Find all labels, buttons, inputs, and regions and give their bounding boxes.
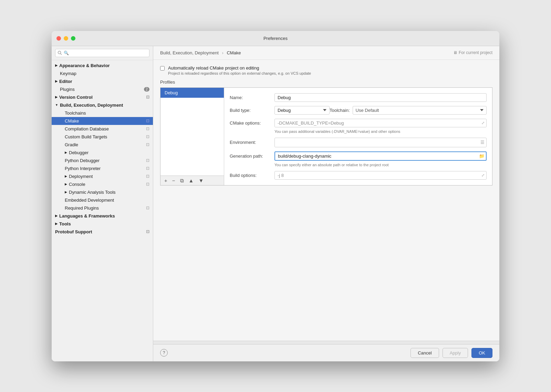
copy-icon: ⊡	[146, 174, 149, 179]
sidebar-item-build-exec[interactable]: ▼ Build, Execution, Deployment	[52, 101, 153, 109]
sidebar-item-label: Gradle	[65, 142, 78, 147]
profile-item-debug[interactable]: Debug	[160, 88, 224, 98]
generation-path-input[interactable]	[274, 151, 487, 161]
search-input[interactable]	[55, 49, 149, 57]
sidebar-item-label: CMake	[65, 118, 79, 124]
sidebar-item-appearance[interactable]: ▶ Appearance & Behavior	[52, 62, 153, 70]
sidebar-item-editor[interactable]: ▶ Editor	[52, 77, 153, 85]
sidebar-item-label: Plugins	[60, 87, 75, 92]
auto-reload-label: Automatically reload CMake project on ed…	[168, 65, 311, 71]
sidebar-item-label: Debugger	[69, 150, 89, 155]
add-profile-button[interactable]: +	[163, 177, 169, 184]
build-options-input[interactable]	[274, 171, 487, 180]
bottom-scrollbar	[153, 341, 499, 344]
sidebar-item-label: Required Plugins	[65, 205, 99, 211]
environment-input[interactable]	[274, 138, 487, 147]
cmake-options-input[interactable]	[274, 119, 487, 127]
move-up-button[interactable]: ▲	[187, 177, 196, 184]
preferences-window: Preferences ▶ Appearance & Behavior Keym…	[52, 31, 499, 361]
sidebar-item-label: Toolchains	[65, 110, 86, 116]
sidebar-item-debugger[interactable]: ▶ Debugger	[52, 149, 153, 157]
chevron-icon: ▼	[55, 103, 58, 107]
sidebar-item-label: Python Debugger	[65, 158, 100, 163]
minimize-button[interactable]	[64, 36, 68, 41]
sidebar-item-embedded-dev[interactable]: Embedded Development	[52, 196, 153, 204]
copy-profile-button[interactable]: ⧉	[178, 177, 186, 184]
chevron-icon: ▶	[55, 80, 58, 83]
cmake-options-wrap: ⤢	[274, 119, 487, 127]
build-options-wrap: ⤢	[274, 171, 487, 180]
profiles-container: Debug + − ⧉ ▲ ▼	[160, 87, 492, 186]
window-title: Preferences	[263, 36, 288, 41]
footer: ? Cancel Apply OK	[153, 344, 499, 361]
sidebar-item-tools[interactable]: ▶ Tools	[52, 220, 153, 228]
chevron-icon: ▶	[65, 174, 67, 178]
chevron-icon: ▶	[65, 182, 67, 186]
apply-button[interactable]: Apply	[443, 348, 468, 358]
sidebar-item-label: Deployment	[69, 174, 93, 179]
sidebar-item-label: Python Interpreter	[65, 166, 101, 171]
sidebar-item-label: Editor	[59, 79, 72, 84]
sidebar-item-gradle[interactable]: Gradle ⊡	[52, 141, 153, 149]
plugins-badge: 2	[144, 87, 149, 92]
generation-path-row: Generation path: 📁	[230, 151, 487, 161]
auto-reload-row: Automatically reload CMake project on ed…	[160, 65, 492, 75]
sidebar-item-python-debugger[interactable]: Python Debugger ⊡	[52, 157, 153, 165]
sidebar-item-label: Languages & Frameworks	[59, 213, 115, 219]
breadcrumb: Build, Execution, Deployment › CMake	[160, 50, 241, 55]
cmake-options-hint: You can pass additional variables (-DVAR…	[274, 129, 487, 134]
move-down-button[interactable]: ▼	[197, 177, 205, 184]
profile-list: Debug + − ⧉ ▲ ▼	[160, 88, 224, 185]
sidebar-item-cmake[interactable]: CMake ⊡	[52, 117, 153, 125]
sidebar-item-compilation-db[interactable]: Compilation Database ⊡	[52, 125, 153, 133]
sidebar-item-deployment[interactable]: ▶ Deployment ⊡	[52, 172, 153, 180]
env-input-wrap: ☰	[274, 138, 487, 147]
sidebar-item-label: Keymap	[60, 71, 76, 76]
sidebar-item-toolchains[interactable]: Toolchains	[52, 109, 153, 117]
sidebar-item-dynamic-analysis[interactable]: ▶ Dynamic Analysis Tools	[52, 188, 153, 196]
sidebar-item-python-interpreter[interactable]: Python Interpreter ⊡	[52, 165, 153, 172]
ok-button[interactable]: OK	[471, 348, 492, 358]
copy-icon: ⊡	[146, 126, 149, 131]
build-type-select[interactable]: Debug	[274, 106, 330, 115]
expand-icon[interactable]: ⤢	[481, 173, 485, 178]
sidebar-item-languages[interactable]: ▶ Languages & Frameworks	[52, 212, 153, 220]
build-options-label: Build options:	[230, 173, 274, 178]
remove-profile-button[interactable]: −	[170, 177, 177, 184]
folder-icon[interactable]: 📁	[479, 153, 485, 159]
generation-path-hint: You can specify either an absolute path …	[274, 163, 487, 167]
sidebar-item-console[interactable]: ▶ Console ⊡	[52, 180, 153, 188]
sidebar-item-keymap[interactable]: Keymap	[52, 70, 153, 77]
build-type-row: Build type: Debug Toolchain: Use Default	[230, 106, 487, 115]
sidebar-nav: ▶ Appearance & Behavior Keymap ▶ Editor …	[52, 60, 153, 361]
name-input[interactable]	[274, 93, 487, 102]
help-button[interactable]: ?	[160, 349, 168, 357]
maximize-button[interactable]	[71, 36, 75, 41]
table-icon[interactable]: ☰	[480, 140, 485, 145]
toolchain-select[interactable]: Use Default	[353, 106, 487, 115]
gen-input-wrap: 📁	[274, 151, 487, 161]
environment-label: Environment:	[230, 140, 274, 145]
copy-icon: ⊡	[146, 166, 149, 171]
build-options-row: Build options: ⤢	[230, 171, 487, 180]
breadcrumb-parent: Build, Execution, Deployment	[160, 50, 219, 55]
monitor-icon: 🖥	[453, 50, 457, 55]
copy-icon: ⊡	[146, 229, 149, 234]
sidebar-item-label: Build, Execution, Deployment	[60, 103, 123, 108]
expand-icon[interactable]: ⤢	[481, 121, 485, 125]
sidebar-item-plugins[interactable]: Plugins 2	[52, 85, 153, 93]
sidebar: ▶ Appearance & Behavior Keymap ▶ Editor …	[52, 46, 153, 361]
sidebar-item-version-control[interactable]: ▶ Version Control ⊡	[52, 93, 153, 101]
auto-reload-checkbox[interactable]	[160, 66, 165, 71]
chevron-icon: ▶	[65, 151, 67, 154]
build-type-label: Build type:	[230, 108, 274, 113]
footer-left: ?	[160, 349, 168, 357]
sidebar-item-label: Custom Build Targets	[65, 134, 107, 139]
name-label: Name:	[230, 95, 274, 100]
cancel-button[interactable]: Cancel	[410, 348, 439, 358]
sidebar-item-required-plugins[interactable]: Required Plugins ⊡	[52, 204, 153, 212]
sidebar-item-custom-build-targets[interactable]: Custom Build Targets ⊡	[52, 133, 153, 141]
close-button[interactable]	[56, 36, 61, 41]
chevron-icon: ▶	[55, 222, 58, 225]
sidebar-item-protobuf[interactable]: Protobuf Support ⊡	[52, 228, 153, 236]
